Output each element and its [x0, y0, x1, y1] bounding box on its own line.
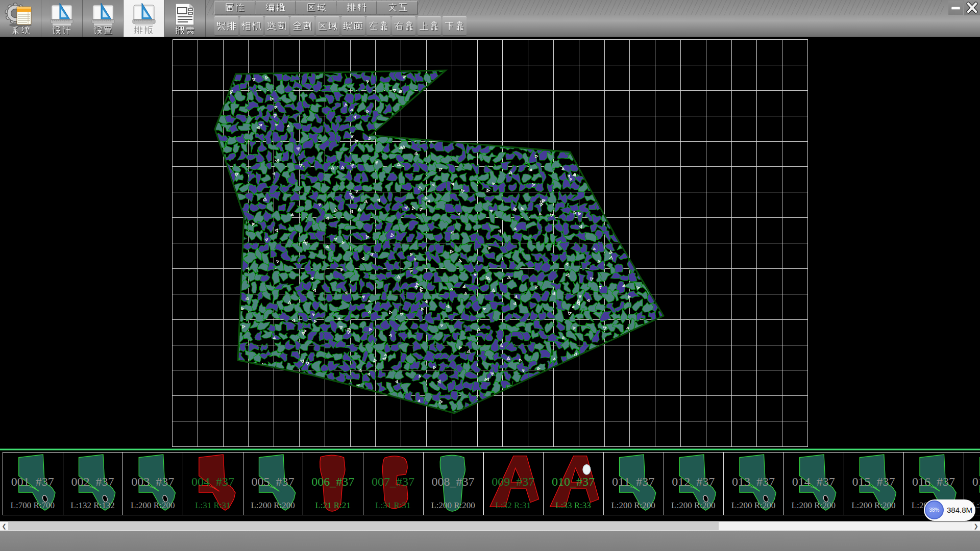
svg-text:L:200 R:200: L:200 R:200: [131, 500, 175, 510]
svg-text:L:200 R:200: L:200 R:200: [791, 500, 835, 510]
svg-text:006_#37: 006_#37: [311, 475, 354, 488]
svg-text:L:21 R:21: L:21 R:21: [315, 500, 350, 510]
svg-text:015_#37: 015_#37: [852, 475, 895, 488]
svg-text:001_#37: 001_#37: [11, 475, 54, 488]
svg-text:L:200 R:200: L:200 R:200: [251, 500, 295, 510]
svg-text:016_#37: 016_#37: [912, 475, 955, 488]
svg-text:004_#37: 004_#37: [191, 475, 234, 488]
svg-text:L:200 R:200: L:200 R:200: [731, 500, 775, 510]
svg-text:005_#37: 005_#37: [252, 475, 295, 488]
svg-text:010_#37: 010_#37: [552, 475, 595, 488]
svg-text:L:200 R:200: L:200 R:200: [851, 500, 895, 510]
svg-text:L:31 R:31: L:31 R:31: [195, 500, 230, 510]
svg-text:L:200 R:200: L:200 R:200: [431, 500, 475, 510]
svg-text:L:200 R:200: L:200 R:200: [671, 500, 715, 510]
svg-text:L:33 R:33: L:33 R:33: [555, 500, 591, 510]
svg-text:L:700 R:700: L:700 R:700: [11, 500, 55, 510]
svg-text:009_#37: 009_#37: [492, 475, 534, 488]
svg-text:002_#37: 002_#37: [71, 475, 114, 488]
svg-text:L:32 R:31: L:32 R:31: [496, 500, 531, 510]
svg-text:014_#37: 014_#37: [792, 475, 835, 488]
svg-text:017_#37: 017_#37: [972, 475, 980, 488]
svg-text:011_#37: 011_#37: [612, 475, 654, 488]
svg-text:007_#37: 007_#37: [372, 475, 414, 488]
svg-text:L:132 R:132: L:132 R:132: [70, 500, 114, 510]
svg-text:003_#37: 003_#37: [131, 475, 174, 488]
svg-text:012_#37: 012_#37: [672, 475, 715, 488]
svg-text:L:200 R:200: L:200 R:200: [611, 500, 655, 510]
svg-text:013_#37: 013_#37: [732, 475, 775, 488]
svg-text:008_#37: 008_#37: [432, 475, 475, 488]
svg-text:L:31 R:31: L:31 R:31: [375, 500, 410, 510]
